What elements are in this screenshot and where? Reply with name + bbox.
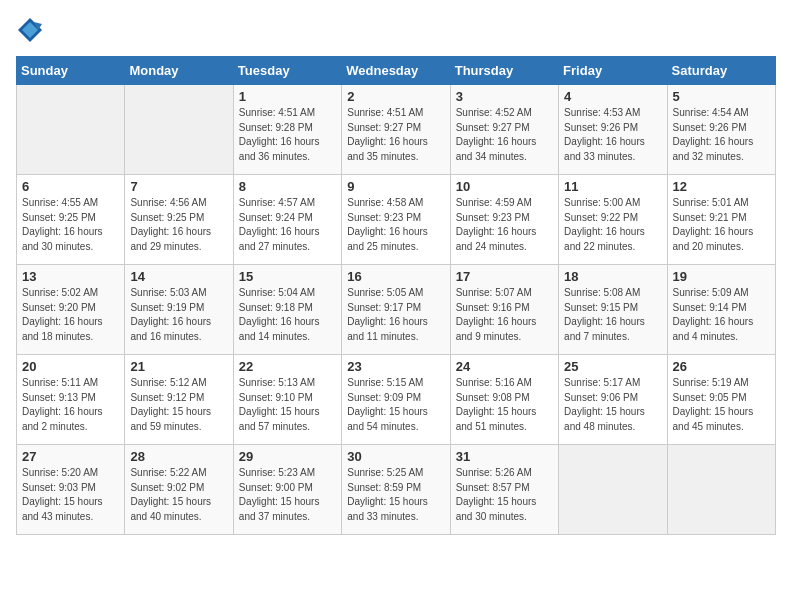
calendar-cell: 24Sunrise: 5:16 AM Sunset: 9:08 PM Dayli… [450,355,558,445]
logo-icon [16,16,44,44]
calendar-cell: 19Sunrise: 5:09 AM Sunset: 9:14 PM Dayli… [667,265,775,355]
day-number: 11 [564,179,661,194]
day-info: Sunrise: 4:54 AM Sunset: 9:26 PM Dayligh… [673,106,770,164]
weekday-header-monday: Monday [125,57,233,85]
calendar-cell: 4Sunrise: 4:53 AM Sunset: 9:26 PM Daylig… [559,85,667,175]
calendar-cell: 10Sunrise: 4:59 AM Sunset: 9:23 PM Dayli… [450,175,558,265]
day-info: Sunrise: 5:13 AM Sunset: 9:10 PM Dayligh… [239,376,336,434]
day-number: 23 [347,359,444,374]
calendar-cell: 21Sunrise: 5:12 AM Sunset: 9:12 PM Dayli… [125,355,233,445]
calendar-cell: 29Sunrise: 5:23 AM Sunset: 9:00 PM Dayli… [233,445,341,535]
calendar-cell [667,445,775,535]
weekday-header-tuesday: Tuesday [233,57,341,85]
calendar-cell: 22Sunrise: 5:13 AM Sunset: 9:10 PM Dayli… [233,355,341,445]
day-number: 6 [22,179,119,194]
day-info: Sunrise: 5:15 AM Sunset: 9:09 PM Dayligh… [347,376,444,434]
day-info: Sunrise: 4:51 AM Sunset: 9:27 PM Dayligh… [347,106,444,164]
calendar-week-row: 1Sunrise: 4:51 AM Sunset: 9:28 PM Daylig… [17,85,776,175]
calendar-cell: 2Sunrise: 4:51 AM Sunset: 9:27 PM Daylig… [342,85,450,175]
calendar-cell [559,445,667,535]
calendar-cell: 26Sunrise: 5:19 AM Sunset: 9:05 PM Dayli… [667,355,775,445]
calendar-cell: 14Sunrise: 5:03 AM Sunset: 9:19 PM Dayli… [125,265,233,355]
day-info: Sunrise: 5:09 AM Sunset: 9:14 PM Dayligh… [673,286,770,344]
day-number: 16 [347,269,444,284]
day-number: 15 [239,269,336,284]
calendar-week-row: 20Sunrise: 5:11 AM Sunset: 9:13 PM Dayli… [17,355,776,445]
calendar-cell: 8Sunrise: 4:57 AM Sunset: 9:24 PM Daylig… [233,175,341,265]
calendar-cell: 28Sunrise: 5:22 AM Sunset: 9:02 PM Dayli… [125,445,233,535]
calendar-week-row: 6Sunrise: 4:55 AM Sunset: 9:25 PM Daylig… [17,175,776,265]
calendar-week-row: 27Sunrise: 5:20 AM Sunset: 9:03 PM Dayli… [17,445,776,535]
calendar-cell: 6Sunrise: 4:55 AM Sunset: 9:25 PM Daylig… [17,175,125,265]
day-number: 3 [456,89,553,104]
day-info: Sunrise: 5:16 AM Sunset: 9:08 PM Dayligh… [456,376,553,434]
day-info: Sunrise: 4:53 AM Sunset: 9:26 PM Dayligh… [564,106,661,164]
day-number: 19 [673,269,770,284]
calendar-cell: 31Sunrise: 5:26 AM Sunset: 8:57 PM Dayli… [450,445,558,535]
day-info: Sunrise: 5:23 AM Sunset: 9:00 PM Dayligh… [239,466,336,524]
day-info: Sunrise: 5:22 AM Sunset: 9:02 PM Dayligh… [130,466,227,524]
day-info: Sunrise: 4:59 AM Sunset: 9:23 PM Dayligh… [456,196,553,254]
day-info: Sunrise: 5:03 AM Sunset: 9:19 PM Dayligh… [130,286,227,344]
day-number: 21 [130,359,227,374]
day-number: 27 [22,449,119,464]
day-info: Sunrise: 4:55 AM Sunset: 9:25 PM Dayligh… [22,196,119,254]
weekday-header-friday: Friday [559,57,667,85]
day-info: Sunrise: 4:51 AM Sunset: 9:28 PM Dayligh… [239,106,336,164]
day-info: Sunrise: 5:11 AM Sunset: 9:13 PM Dayligh… [22,376,119,434]
calendar-cell: 25Sunrise: 5:17 AM Sunset: 9:06 PM Dayli… [559,355,667,445]
day-number: 17 [456,269,553,284]
calendar-cell [125,85,233,175]
calendar-cell: 27Sunrise: 5:20 AM Sunset: 9:03 PM Dayli… [17,445,125,535]
day-number: 28 [130,449,227,464]
day-number: 2 [347,89,444,104]
day-info: Sunrise: 5:07 AM Sunset: 9:16 PM Dayligh… [456,286,553,344]
day-info: Sunrise: 5:17 AM Sunset: 9:06 PM Dayligh… [564,376,661,434]
day-number: 7 [130,179,227,194]
day-info: Sunrise: 5:20 AM Sunset: 9:03 PM Dayligh… [22,466,119,524]
day-number: 12 [673,179,770,194]
calendar-cell: 16Sunrise: 5:05 AM Sunset: 9:17 PM Dayli… [342,265,450,355]
calendar-table: SundayMondayTuesdayWednesdayThursdayFrid… [16,56,776,535]
weekday-header-wednesday: Wednesday [342,57,450,85]
weekday-header-sunday: Sunday [17,57,125,85]
day-info: Sunrise: 4:52 AM Sunset: 9:27 PM Dayligh… [456,106,553,164]
calendar-cell: 1Sunrise: 4:51 AM Sunset: 9:28 PM Daylig… [233,85,341,175]
calendar-cell: 18Sunrise: 5:08 AM Sunset: 9:15 PM Dayli… [559,265,667,355]
day-info: Sunrise: 4:57 AM Sunset: 9:24 PM Dayligh… [239,196,336,254]
day-number: 22 [239,359,336,374]
calendar-cell: 17Sunrise: 5:07 AM Sunset: 9:16 PM Dayli… [450,265,558,355]
day-number: 20 [22,359,119,374]
day-number: 8 [239,179,336,194]
calendar-cell: 5Sunrise: 4:54 AM Sunset: 9:26 PM Daylig… [667,85,775,175]
header [16,16,776,44]
day-number: 24 [456,359,553,374]
logo [16,16,48,44]
day-number: 4 [564,89,661,104]
calendar-cell: 30Sunrise: 5:25 AM Sunset: 8:59 PM Dayli… [342,445,450,535]
calendar-cell: 9Sunrise: 4:58 AM Sunset: 9:23 PM Daylig… [342,175,450,265]
calendar-cell: 20Sunrise: 5:11 AM Sunset: 9:13 PM Dayli… [17,355,125,445]
day-number: 5 [673,89,770,104]
day-number: 25 [564,359,661,374]
day-number: 1 [239,89,336,104]
weekday-header-thursday: Thursday [450,57,558,85]
calendar-cell [17,85,125,175]
day-info: Sunrise: 4:56 AM Sunset: 9:25 PM Dayligh… [130,196,227,254]
day-number: 29 [239,449,336,464]
day-number: 14 [130,269,227,284]
day-number: 9 [347,179,444,194]
calendar-cell: 7Sunrise: 4:56 AM Sunset: 9:25 PM Daylig… [125,175,233,265]
day-info: Sunrise: 5:26 AM Sunset: 8:57 PM Dayligh… [456,466,553,524]
calendar-header: SundayMondayTuesdayWednesdayThursdayFrid… [17,57,776,85]
day-info: Sunrise: 5:01 AM Sunset: 9:21 PM Dayligh… [673,196,770,254]
day-info: Sunrise: 5:00 AM Sunset: 9:22 PM Dayligh… [564,196,661,254]
calendar-cell: 11Sunrise: 5:00 AM Sunset: 9:22 PM Dayli… [559,175,667,265]
day-info: Sunrise: 5:19 AM Sunset: 9:05 PM Dayligh… [673,376,770,434]
day-info: Sunrise: 5:08 AM Sunset: 9:15 PM Dayligh… [564,286,661,344]
weekday-header-row: SundayMondayTuesdayWednesdayThursdayFrid… [17,57,776,85]
weekday-header-saturday: Saturday [667,57,775,85]
day-info: Sunrise: 4:58 AM Sunset: 9:23 PM Dayligh… [347,196,444,254]
calendar-cell: 23Sunrise: 5:15 AM Sunset: 9:09 PM Dayli… [342,355,450,445]
day-number: 10 [456,179,553,194]
